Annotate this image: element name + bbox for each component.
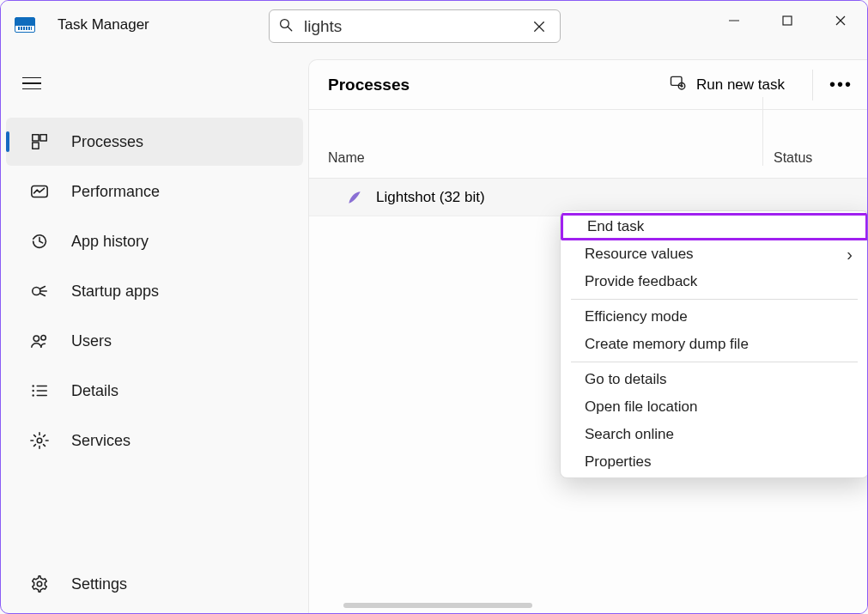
- main-panel: Processes Run new task ••• Name Status: [308, 59, 867, 613]
- ctx-efficiency-mode[interactable]: Efficiency mode: [561, 303, 868, 331]
- sidebar-item-settings[interactable]: Settings: [6, 560, 303, 608]
- maximize-button[interactable]: [761, 1, 814, 40]
- svg-point-23: [37, 581, 42, 587]
- horizontal-scrollbar[interactable]: [343, 603, 532, 608]
- svg-rect-9: [40, 135, 46, 141]
- svg-line-1: [288, 27, 292, 31]
- svg-point-15: [41, 336, 46, 341]
- run-task-icon: [669, 74, 686, 95]
- svg-point-17: [32, 390, 33, 392]
- svg-point-14: [33, 336, 39, 341]
- close-button[interactable]: [814, 1, 867, 40]
- app-icon: [15, 17, 35, 33]
- users-icon: [28, 330, 51, 352]
- ctx-resource-values[interactable]: Resource values: [561, 240, 868, 268]
- svg-rect-10: [33, 143, 39, 149]
- nav-list: Processes Performance App history Startu…: [1, 118, 308, 465]
- svg-point-12: [33, 287, 40, 295]
- title-bar: Task Manager: [1, 1, 867, 49]
- performance-icon: [28, 180, 51, 203]
- column-name[interactable]: Name: [309, 150, 762, 166]
- ctx-search-online[interactable]: Search online: [561, 421, 868, 448]
- more-icon: •••: [829, 75, 853, 94]
- sidebar-item-performance[interactable]: Performance: [6, 167, 303, 216]
- details-icon: [28, 380, 51, 402]
- window-controls: [707, 1, 867, 40]
- column-status[interactable]: Status: [762, 97, 867, 166]
- svg-rect-5: [783, 16, 792, 25]
- process-name: Lightshot (32 bit): [376, 189, 485, 206]
- ctx-provide-feedback[interactable]: Provide feedback: [561, 268, 868, 295]
- sidebar-item-details[interactable]: Details: [6, 367, 303, 415]
- svg-rect-8: [33, 135, 39, 141]
- history-icon: [28, 230, 51, 252]
- search-box[interactable]: [269, 9, 561, 43]
- context-menu: End task Resource values Provide feedbac…: [560, 210, 868, 478]
- sidebar-item-services[interactable]: Services: [6, 416, 303, 465]
- run-new-task-label: Run new task: [696, 76, 785, 94]
- ctx-separator: [571, 362, 858, 362]
- sidebar-item-label: Settings: [71, 575, 127, 593]
- ctx-create-dump[interactable]: Create memory dump file: [561, 331, 868, 358]
- settings-icon: [28, 573, 51, 595]
- sidebar-item-label: Users: [71, 332, 112, 350]
- sidebar-item-label: Processes: [71, 133, 143, 151]
- minimize-button[interactable]: [707, 1, 761, 40]
- processes-icon: [28, 131, 51, 153]
- ctx-open-file-location[interactable]: Open file location: [561, 393, 868, 421]
- process-app-icon: [345, 188, 364, 207]
- clear-search-icon[interactable]: [527, 19, 551, 34]
- startup-icon: [28, 280, 51, 302]
- hamburger-button[interactable]: [15, 66, 50, 100]
- app-body: Processes Performance App history Startu…: [1, 49, 867, 613]
- sidebar-item-processes[interactable]: Processes: [6, 118, 303, 166]
- search-icon: [278, 17, 294, 36]
- sidebar-item-label: Performance: [71, 183, 160, 201]
- sidebar-item-label: Startup apps: [71, 283, 159, 301]
- search-input[interactable]: [294, 17, 527, 36]
- svg-point-18: [32, 394, 33, 396]
- svg-point-16: [32, 385, 33, 386]
- panel-title: Processes: [328, 76, 410, 94]
- sidebar-item-label: App history: [71, 233, 149, 251]
- svg-rect-24: [671, 76, 683, 85]
- ctx-go-to-details[interactable]: Go to details: [561, 366, 868, 393]
- more-options-button[interactable]: •••: [812, 70, 848, 100]
- svg-point-22: [37, 438, 42, 443]
- sidebar-item-startup-apps[interactable]: Startup apps: [6, 267, 303, 315]
- services-icon: [28, 429, 51, 452]
- sidebar: Processes Performance App history Startu…: [1, 49, 308, 613]
- table-headers: Name Status: [309, 110, 867, 179]
- ctx-properties[interactable]: Properties: [561, 448, 868, 476]
- sidebar-item-users[interactable]: Users: [6, 317, 303, 365]
- app-title: Task Manager: [58, 16, 149, 33]
- sidebar-item-app-history[interactable]: App history: [6, 217, 303, 265]
- sidebar-item-label: Services: [71, 432, 131, 450]
- sidebar-item-label: Details: [71, 382, 118, 400]
- ctx-end-task[interactable]: End task: [561, 213, 868, 240]
- ctx-separator: [571, 299, 858, 300]
